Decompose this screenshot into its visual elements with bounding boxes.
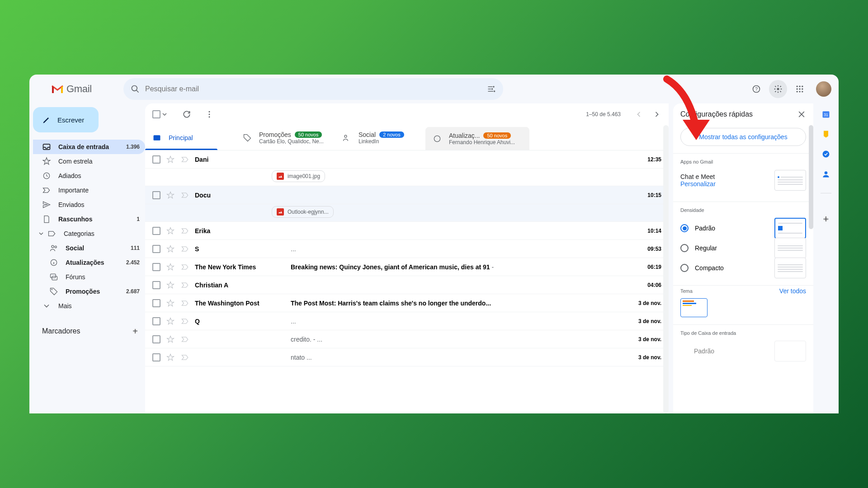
- theme-thumbnail[interactable]: [680, 298, 708, 317]
- radio-icon: [680, 264, 689, 272]
- next-page-icon[interactable]: [652, 110, 661, 119]
- search-input[interactable]: [145, 85, 481, 93]
- tab-social[interactable]: Social2 novos LinkedIn: [335, 125, 425, 150]
- star-icon[interactable]: [166, 299, 175, 308]
- tab-primary[interactable]: Principal: [145, 125, 236, 150]
- important-marker-icon[interactable]: [180, 191, 189, 200]
- row-checkbox[interactable]: [152, 227, 160, 235]
- row-checkbox[interactable]: [152, 335, 160, 343]
- tasks-icon[interactable]: [821, 150, 830, 159]
- star-icon[interactable]: [166, 155, 175, 164]
- compose-button[interactable]: Escrever: [33, 107, 99, 132]
- mail-row[interactable]: Erika 10:14: [145, 222, 669, 240]
- row-checkbox[interactable]: [152, 317, 160, 325]
- scrollbar[interactable]: [663, 125, 669, 413]
- star-icon[interactable]: [166, 226, 175, 235]
- important-marker-icon[interactable]: [180, 353, 189, 362]
- important-marker-icon[interactable]: [180, 155, 189, 164]
- star-icon[interactable]: [166, 263, 175, 272]
- more-icon[interactable]: [205, 110, 214, 119]
- row-checkbox[interactable]: [152, 245, 160, 253]
- star-icon[interactable]: [166, 317, 175, 326]
- important-marker-icon[interactable]: [180, 263, 189, 272]
- nav-social[interactable]: Social111: [33, 241, 145, 255]
- mail-row[interactable]: The New York Times Breaking news: Quincy…: [145, 258, 669, 276]
- density-compact[interactable]: Compacto: [680, 258, 806, 278]
- important-marker-icon[interactable]: [180, 335, 189, 344]
- nav-drafts[interactable]: Rascunhos1: [33, 212, 145, 226]
- row-checkbox[interactable]: [152, 299, 160, 307]
- important-marker-icon[interactable]: [180, 317, 189, 326]
- apps-group: Apps no Gmail Chat e Meet Personalizar: [673, 153, 813, 202]
- help-button[interactable]: ?: [747, 80, 765, 98]
- time: 10:15: [625, 192, 661, 198]
- nav-more[interactable]: Mais: [33, 299, 145, 313]
- view-all-themes-link[interactable]: Ver todos: [779, 287, 806, 295]
- mail-row[interactable]: credito. - ... 3 de nov.: [145, 330, 669, 348]
- important-marker-icon[interactable]: [180, 226, 189, 235]
- density-default[interactable]: Padrão: [680, 218, 806, 238]
- svg-point-9: [802, 86, 803, 87]
- refresh-icon[interactable]: [182, 110, 191, 119]
- mail-row[interactable]: S ... 09:53: [145, 240, 669, 258]
- nav-categories[interactable]: Categorias: [33, 226, 145, 241]
- nav-updates[interactable]: Atualizações2.452: [33, 255, 145, 270]
- settings-scrollbar[interactable]: [809, 125, 813, 229]
- mail-row[interactable]: Dani 12:35: [145, 150, 669, 169]
- row-checkbox[interactable]: [152, 263, 160, 271]
- main-menu-button[interactable]: [37, 84, 47, 94]
- keep-icon[interactable]: [821, 130, 830, 139]
- mail-row[interactable]: Docu 10:15: [145, 186, 669, 204]
- mail-row[interactable]: ntato ... 3 de nov.: [145, 348, 669, 366]
- row-checkbox[interactable]: [152, 155, 160, 164]
- star-icon[interactable]: [166, 191, 175, 200]
- customize-link[interactable]: Personalizar: [680, 180, 769, 188]
- nav-promotions[interactable]: Promoções2.687: [33, 284, 145, 299]
- attachment-chip[interactable]: Outlook-egjynn...: [272, 206, 334, 218]
- add-addon-button[interactable]: +: [823, 213, 829, 225]
- nav-forums[interactable]: Fóruns: [33, 270, 145, 284]
- important-marker-icon[interactable]: [180, 299, 189, 308]
- svg-point-11: [799, 88, 800, 89]
- star-icon[interactable]: [166, 281, 175, 290]
- calendar-icon[interactable]: 31: [821, 110, 830, 119]
- side-rail: 31 +: [813, 103, 839, 413]
- row-checkbox[interactable]: [152, 191, 160, 199]
- search-icon: [131, 84, 140, 94]
- search-bar[interactable]: [123, 78, 503, 100]
- nav-important[interactable]: Importante: [33, 183, 145, 197]
- mail-row[interactable]: The Washington Post The Post Most: Harri…: [145, 294, 669, 312]
- nav-inbox[interactable]: Caixa de entrada1.396: [33, 140, 145, 154]
- density-comfortable[interactable]: Regular: [680, 238, 806, 258]
- gmail-logo[interactable]: Gmail: [51, 83, 92, 95]
- account-avatar[interactable]: [816, 81, 831, 97]
- attachment-chip[interactable]: image001.jpg: [272, 170, 325, 182]
- tab-updates[interactable]: Atualizaç...50 novos Fernando Henrique A…: [425, 127, 529, 150]
- important-marker-icon[interactable]: [180, 244, 189, 253]
- star-icon[interactable]: [166, 353, 175, 362]
- quick-settings-panel: Configurações rápidas Mostrar todas as c…: [673, 103, 813, 413]
- subject: credito. - ...: [291, 336, 620, 343]
- tune-icon[interactable]: [487, 84, 496, 94]
- star-icon[interactable]: [166, 244, 175, 253]
- add-label-button[interactable]: +: [132, 326, 138, 337]
- star-icon[interactable]: [166, 335, 175, 344]
- settings-button[interactable]: [769, 80, 787, 98]
- row-checkbox[interactable]: [152, 281, 160, 289]
- row-checkbox[interactable]: [152, 353, 160, 361]
- tab-promotions[interactable]: Promoções50 novos Cartão Elo, Qualidoc, …: [236, 125, 335, 150]
- select-dropdown-icon[interactable]: [162, 112, 167, 117]
- contacts-icon[interactable]: [821, 169, 830, 178]
- nav-starred[interactable]: Com estrela: [33, 154, 145, 169]
- select-all-checkbox[interactable]: [152, 110, 160, 118]
- nav-sent[interactable]: Enviados: [33, 197, 145, 212]
- mail-row[interactable]: Q ... 3 de nov.: [145, 312, 669, 330]
- prev-page-icon[interactable]: [634, 110, 643, 119]
- inbox-type-default[interactable]: Padrão: [680, 341, 806, 361]
- important-marker-icon[interactable]: [180, 281, 189, 290]
- nav-snoozed[interactable]: Adiados: [33, 169, 145, 183]
- close-settings-button[interactable]: [797, 110, 806, 119]
- mail-row[interactable]: Christian A 04:06: [145, 276, 669, 294]
- show-all-settings-button[interactable]: Mostrar todas as configurações: [680, 128, 806, 146]
- apps-button[interactable]: [791, 80, 809, 98]
